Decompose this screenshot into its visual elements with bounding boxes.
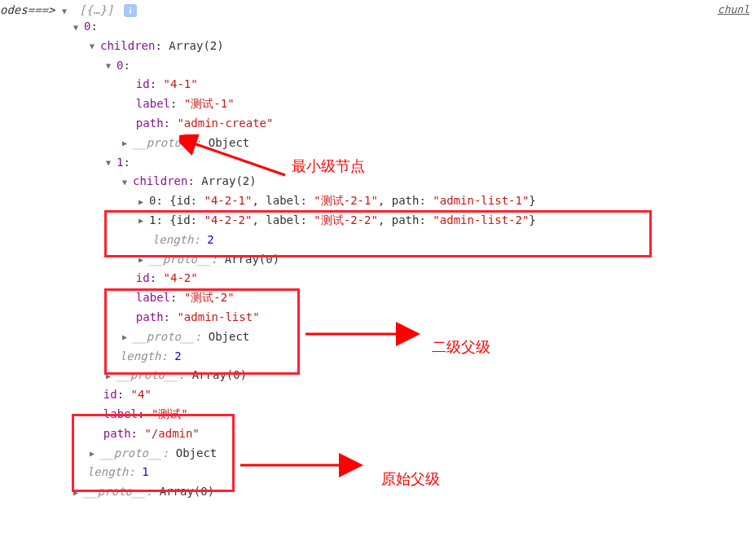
chevron-down-icon[interactable] [122, 175, 131, 189]
tree-row[interactable]: id: "4" [0, 385, 756, 405]
tree-row[interactable]: 0: [0, 56, 756, 76]
val-array: Array(2) [169, 39, 223, 52]
val-string: "测试-2" [184, 291, 235, 304]
key-id: id [136, 77, 150, 90]
key-proto: __proto__ [133, 136, 195, 149]
tree-row[interactable]: path: "admin-create" [0, 114, 756, 134]
tree-row[interactable]: path: "/admin" [0, 424, 756, 444]
chevron-right-icon[interactable] [138, 195, 147, 209]
val-array: Array(0) [192, 368, 247, 381]
tree-row[interactable]: children: Array(2) [0, 37, 756, 56]
val-string: "admin-list" [177, 310, 259, 323]
val-string: "测试" [152, 407, 188, 420]
chevron-right-icon[interactable] [138, 253, 147, 266]
array-summary[interactable]: [{…}] [79, 3, 113, 16]
val-number: 2 [207, 233, 213, 246]
tree-row[interactable]: __proto__: Array(0) [0, 482, 756, 502]
expand-arrow-icon[interactable] [62, 7, 71, 15]
tree-row[interactable]: 0: {id: "4-2-1", label: "测试-2-1", path: … [0, 191, 756, 211]
key-children: children [100, 39, 155, 52]
tree-row[interactable]: children: Array(2) [0, 172, 756, 191]
key-proto: __proto__ [133, 330, 195, 343]
val-string: "/admin" [144, 427, 199, 440]
val-string: "测试-1" [184, 97, 235, 110]
key-proto: __proto__ [100, 446, 162, 459]
val-number: 1 [142, 465, 148, 478]
chevron-down-icon[interactable] [73, 20, 82, 34]
key-index: 0: [149, 194, 169, 207]
key-label: label [136, 97, 170, 110]
tree-row[interactable]: length: 2 [0, 231, 756, 250]
tree-row[interactable]: label: "测试-1" [0, 94, 756, 114]
key-length: length [87, 465, 129, 478]
key-id: id [103, 388, 117, 401]
val-string: "admin-create" [177, 116, 273, 130]
object-tree: 0: children: Array(2) 0: id: "4-1" label… [0, 17, 756, 502]
tree-row[interactable]: 0: [0, 17, 756, 37]
info-icon[interactable]: i [124, 4, 137, 17]
val-array: Array(2) [201, 174, 256, 187]
tree-row[interactable]: id: "4-2" [0, 269, 756, 288]
key-proto: __proto__ [116, 368, 178, 381]
tree-row[interactable]: 1: [0, 153, 756, 173]
val-array: Array(0) [225, 253, 279, 266]
val-object: Object [209, 330, 250, 343]
val-string: "4" [131, 388, 152, 401]
chevron-down-icon[interactable] [106, 59, 115, 73]
val-array: Array(0) [160, 485, 214, 498]
source-link[interactable]: chunl [718, 3, 749, 15]
tree-row[interactable]: length: 2 [0, 347, 756, 367]
tree-row[interactable]: __proto__: Object [0, 134, 756, 153]
tree-row[interactable]: __proto__: Array(0) [0, 366, 756, 385]
key-label: label [136, 291, 170, 304]
tree-row[interactable]: label: "测试-2" [0, 288, 756, 308]
val-number: 2 [174, 349, 181, 363]
tree-row[interactable]: 1: {id: "4-2-2", label: "测试-2-2", path: … [0, 211, 756, 231]
val-object: Object [176, 446, 218, 459]
tree-row[interactable]: __proto__: Object [0, 327, 756, 347]
chevron-down-icon[interactable] [106, 156, 115, 169]
object-preview: {id: "4-2-2", label: "测试-2-2", path: "ad… [169, 213, 536, 226]
object-preview: {id: "4-2-1", label: "测试-2-1", path: "ad… [169, 194, 536, 207]
chevron-down-icon[interactable] [90, 39, 99, 53]
key-path: path [136, 310, 164, 323]
tree-row[interactable]: length: 1 [0, 463, 756, 482]
key-label: label [103, 407, 138, 420]
tree-row[interactable]: __proto__: Object [0, 444, 756, 464]
tree-row[interactable]: __proto__: Array(0) [0, 250, 756, 270]
key-id: id [136, 271, 150, 284]
key-path: path [103, 427, 131, 440]
key-path: path [136, 116, 164, 130]
key-length: length [120, 349, 161, 363]
val-string: "4-2" [164, 271, 198, 284]
val-object: Object [209, 136, 250, 149]
key-children: children [133, 174, 187, 187]
chevron-right-icon[interactable] [106, 369, 115, 383]
chevron-right-icon[interactable] [122, 330, 131, 344]
tree-row[interactable]: label: "测试" [0, 405, 756, 424]
key-proto: __proto__ [149, 253, 211, 266]
key-length: length [152, 233, 194, 246]
chevron-right-icon[interactable] [73, 486, 82, 499]
chevron-right-icon[interactable] [122, 136, 131, 150]
chevron-right-icon[interactable] [90, 446, 99, 460]
key-index: 1: [149, 213, 169, 226]
tree-row[interactable]: id: "4-1" [0, 75, 756, 94]
tree-row[interactable]: path: "admin-list" [0, 308, 756, 327]
val-string: "4-1" [164, 77, 198, 90]
console-log-prefix: odes===> [0, 3, 55, 16]
chevron-right-icon[interactable] [138, 213, 147, 227]
key-proto: __proto__ [84, 485, 146, 498]
